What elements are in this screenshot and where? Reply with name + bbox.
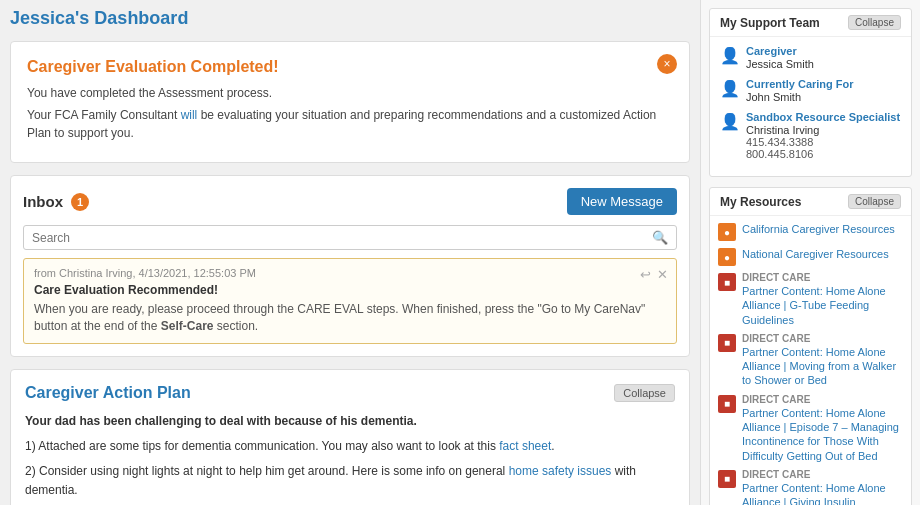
action-para1: 1) Attached are some tips for dementia c… <box>25 437 675 456</box>
resource-label-3: DIRECT CARE <box>742 272 903 283</box>
support-team-list: 👤 Caregiver Jessica Smith 👤 Currently Ca… <box>710 37 911 176</box>
collapse-support-team-button[interactable]: Collapse <box>848 15 901 30</box>
resource-item-1: ● California Caregiver Resources <box>718 222 903 241</box>
resource-label-6: DIRECT CARE <box>742 469 903 480</box>
specialist-name: Christina Irving <box>746 124 900 136</box>
support-team-section: My Support Team Collapse 👤 Caregiver Jes… <box>709 8 912 177</box>
action-plan-heading: Caregiver Action Plan <box>25 384 191 402</box>
message-item: from Christina Irving, 4/13/2021, 12:55:… <box>23 258 677 344</box>
main-content: Jessica's Dashboard Caregiver Evaluation… <box>0 0 700 505</box>
search-bar: 🔍 <box>23 225 677 250</box>
caring-for-role: Currently Caring For <box>746 78 854 90</box>
inbox-card: Inbox 1 New Message 🔍 from Christina Irv… <box>10 175 690 357</box>
resource-item-2: ● National Caregiver Resources <box>718 247 903 266</box>
evaluation-heading: Caregiver Evaluation Completed! <box>27 58 673 76</box>
resource-link-2[interactable]: National Caregiver Resources <box>742 248 889 260</box>
support-person-caregiver: 👤 Caregiver Jessica Smith <box>720 45 901 70</box>
support-person-specialist: 👤 Sandbox Resource Specialist Christina … <box>720 111 901 160</box>
message-actions: ↩ ✕ <box>640 267 668 282</box>
person-icon-3: 👤 <box>720 112 740 131</box>
new-message-button[interactable]: New Message <box>567 188 677 215</box>
action-para-bold1: Your dad has been challenging to deal wi… <box>25 412 675 431</box>
resource-text-6: DIRECT CARE Partner Content: Home Alone … <box>742 469 903 505</box>
resource-link-4[interactable]: Partner Content: Home Alone Alliance | M… <box>742 346 896 387</box>
support-team-header: My Support Team Collapse <box>710 9 911 37</box>
resources-list: ● California Caregiver Resources ● Natio… <box>710 216 911 505</box>
resource-icon-2: ● <box>718 248 736 266</box>
collapse-action-plan-button[interactable]: Collapse <box>614 384 675 402</box>
caring-for-name: John Smith <box>746 91 854 103</box>
specialist-info: Sandbox Resource Specialist Christina Ir… <box>746 111 900 160</box>
message-subject: Care Evaluation Recommended! <box>34 283 666 297</box>
page-title: Jessica's Dashboard <box>10 8 690 29</box>
resource-text-1: California Caregiver Resources <box>742 222 895 236</box>
resources-section: My Resources Collapse ● California Careg… <box>709 187 912 505</box>
inbox-header: Inbox 1 New Message <box>23 188 677 215</box>
person-icon-2: 👤 <box>720 79 740 98</box>
resource-item-3: ■ DIRECT CARE Partner Content: Home Alon… <box>718 272 903 327</box>
specialist-phone2: 800.445.8106 <box>746 148 900 160</box>
inbox-title: Inbox 1 <box>23 193 89 211</box>
delete-icon[interactable]: ✕ <box>657 267 668 282</box>
evaluating-link[interactable]: will <box>181 108 198 122</box>
resource-icon-1: ● <box>718 223 736 241</box>
sidebar: My Support Team Collapse 👤 Caregiver Jes… <box>700 0 920 505</box>
support-person-caring-for: 👤 Currently Caring For John Smith <box>720 78 901 103</box>
inbox-badge: 1 <box>71 193 89 211</box>
specialist-phone1: 415.434.3388 <box>746 136 900 148</box>
support-team-title: My Support Team <box>720 16 820 30</box>
reply-icon[interactable]: ↩ <box>640 267 651 282</box>
situation-text: situation <box>302 108 347 122</box>
self-care-text: Self-Care <box>161 319 214 333</box>
resources-header: My Resources Collapse <box>710 188 911 216</box>
message-body: When you are ready, please proceed throu… <box>34 301 666 335</box>
evaluation-para2: Your FCA Family Consultant will be evalu… <box>27 106 673 142</box>
collapse-resources-button[interactable]: Collapse <box>848 194 901 209</box>
caring-for-info: Currently Caring For John Smith <box>746 78 854 103</box>
message-meta: from Christina Irving, 4/13/2021, 12:55:… <box>34 267 666 279</box>
caregiver-info: Caregiver Jessica Smith <box>746 45 814 70</box>
resource-icon-5: ■ <box>718 395 736 413</box>
resource-link-6[interactable]: Partner Content: Home Alone Alliance | G… <box>742 482 886 505</box>
evaluation-card: Caregiver Evaluation Completed! × You ha… <box>10 41 690 163</box>
action-para2: 2) Consider using night lights at night … <box>25 462 675 500</box>
resource-item-5: ■ DIRECT CARE Partner Content: Home Alon… <box>718 394 903 463</box>
resource-link-5[interactable]: Partner Content: Home Alone Alliance | E… <box>742 407 899 462</box>
resource-icon-6: ■ <box>718 470 736 488</box>
recommendations-text: recommendations <box>427 108 522 122</box>
resource-link-1[interactable]: California Caregiver Resources <box>742 223 895 235</box>
search-icon: 🔍 <box>652 230 668 245</box>
home-safety-link[interactable]: home safety issues <box>509 464 612 478</box>
close-evaluation-button[interactable]: × <box>657 54 677 74</box>
resource-text-4: DIRECT CARE Partner Content: Home Alone … <box>742 333 903 388</box>
evaluation-para1: You have completed the Assessment proces… <box>27 84 673 102</box>
caregiver-role: Caregiver <box>746 45 814 57</box>
person-icon: 👤 <box>720 46 740 65</box>
action-body: Your dad has been challenging to deal wi… <box>25 412 675 505</box>
caregiver-name: Jessica Smith <box>746 58 814 70</box>
inbox-label: Inbox <box>23 193 63 210</box>
resource-item-6: ■ DIRECT CARE Partner Content: Home Alon… <box>718 469 903 505</box>
resource-link-3[interactable]: Partner Content: Home Alone Alliance | G… <box>742 285 886 326</box>
action-plan-card: Caregiver Action Plan Collapse Your dad … <box>10 369 690 505</box>
resource-text-5: DIRECT CARE Partner Content: Home Alone … <box>742 394 903 463</box>
resource-text-3: DIRECT CARE Partner Content: Home Alone … <box>742 272 903 327</box>
resource-label-5: DIRECT CARE <box>742 394 903 405</box>
resource-text-2: National Caregiver Resources <box>742 247 889 261</box>
resource-icon-3: ■ <box>718 273 736 291</box>
resource-label-4: DIRECT CARE <box>742 333 903 344</box>
resource-icon-4: ■ <box>718 334 736 352</box>
specialist-role: Sandbox Resource Specialist <box>746 111 900 123</box>
fact-sheet-link[interactable]: fact sheet <box>499 439 551 453</box>
resource-item-4: ■ DIRECT CARE Partner Content: Home Alon… <box>718 333 903 388</box>
resources-title: My Resources <box>720 195 801 209</box>
action-card-header: Caregiver Action Plan Collapse <box>25 384 675 402</box>
search-input[interactable] <box>32 231 652 245</box>
